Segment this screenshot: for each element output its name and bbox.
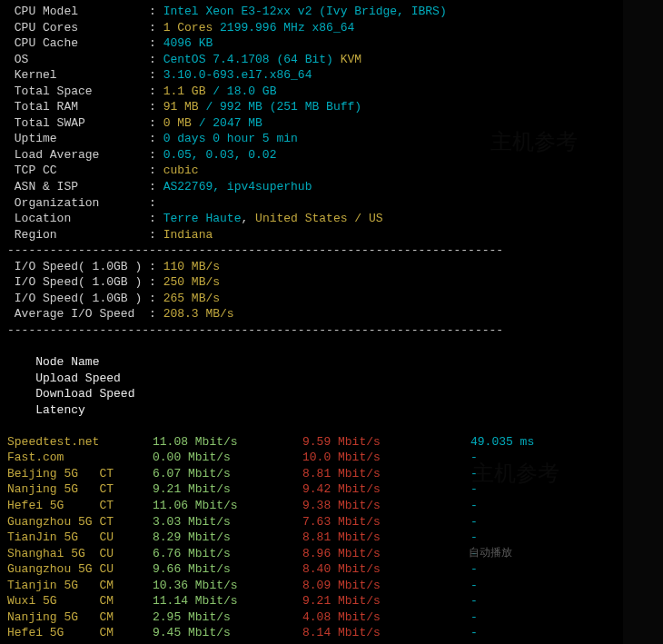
cell-download: 7.63 Mbit/s (302, 514, 470, 530)
cell-latency: - (470, 578, 478, 594)
cell-upload: 9.45 Mbit/s (153, 625, 302, 641)
speed-table-body: Speedtest.net11.08 Mbit/s9.59 Mbit/s49.0… (7, 434, 616, 644)
cell-download: 9.59 Mbit/s (302, 434, 470, 451)
table-row: Beijing 5G CT6.07 Mbit/s8.81 Mbit/s- (7, 466, 616, 482)
table-row: Wuxi 5G CM11.14 Mbit/s9.21 Mbit/s- (7, 593, 616, 609)
col-node-header: Node Name (35, 354, 181, 371)
terminal-line: Load Average : 0.05, 0.03, 0.02 (7, 147, 616, 163)
terminal-line: Region : Indiana (7, 227, 616, 243)
cell-download: 8.14 Mbit/s (302, 625, 470, 641)
table-row: Guangzhou 5G CU9.66 Mbit/s8.40 Mbit/s- (7, 561, 616, 578)
cell-node: Fast.com (7, 450, 153, 466)
cell-node: Speedtest.net (7, 434, 153, 451)
table-row: Shanghai 5G CU6.76 Mbit/s8.96 Mbit/s- (7, 546, 616, 562)
cell-download: 8.81 Mbit/s (302, 466, 470, 482)
cell-upload: 6.76 Mbit/s (153, 546, 302, 562)
cell-node: Beijing 5G CT (7, 466, 153, 482)
cell-latency: 49.035 ms (470, 434, 534, 451)
cell-upload: 11.14 Mbit/s (153, 593, 302, 609)
terminal-line: CPU Cache : 4096 KB (7, 35, 616, 52)
terminal-line: CPU Model : Intel Xeon E3-12xx v2 (Ivy B… (7, 4, 616, 20)
cell-upload: 11.06 Mbit/s (153, 498, 302, 514)
cell-node: Tianjin 5G CM (7, 578, 153, 594)
io-speed-block: I/O Speed( 1.0GB ) : 110 MB/s I/O Speed(… (7, 259, 616, 322)
cell-node: Wuxi 5G CM (7, 593, 153, 609)
terminal-line: I/O Speed( 1.0GB ) : 265 MB/s (7, 291, 616, 307)
cell-node: Hefei 5G CT (7, 498, 153, 514)
cell-upload: 9.21 Mbit/s (153, 481, 302, 498)
terminal-output: 主机参考 主机参考 CPU Model : Intel Xeon E3-12xx… (0, 0, 623, 644)
cell-upload: 2.95 Mbit/s (153, 609, 302, 626)
cell-latency: - (470, 514, 478, 530)
terminal-line: TCP CC : cubic (7, 163, 616, 179)
terminal-line: Organization : (7, 195, 616, 212)
cell-download: 9.21 Mbit/s (302, 593, 470, 609)
cell-latency: - (470, 609, 478, 626)
cell-download: 4.08 Mbit/s (302, 609, 470, 626)
cell-node: Hefei 5G CM (7, 625, 153, 641)
cell-download: 8.40 Mbit/s (302, 561, 470, 578)
cell-download: 8.81 Mbit/s (302, 530, 470, 546)
cell-upload: 6.07 Mbit/s (153, 466, 302, 482)
cell-download: 8.09 Mbit/s (302, 578, 470, 594)
col-download-header: Download Speed (35, 386, 203, 402)
col-latency-header: Latency (35, 402, 85, 419)
cell-node: TianJin 5G CU (7, 530, 153, 546)
cell-latency: - (470, 530, 478, 546)
cell-download: 8.96 Mbit/s (302, 546, 470, 562)
table-row: Nanjing 5G CM2.95 Mbit/s4.08 Mbit/s- (7, 609, 616, 626)
page-side-area: 自动播放 (623, 0, 663, 644)
cell-latency: - (470, 498, 478, 514)
cell-latency: - (470, 481, 478, 498)
cell-node: Nanjing 5G CM (7, 609, 153, 626)
terminal-line: I/O Speed( 1.0GB ) : 250 MB/s (7, 274, 616, 291)
cell-latency: - (470, 450, 478, 466)
cell-latency: - (470, 561, 478, 578)
cell-download: 9.38 Mbit/s (302, 498, 470, 514)
terminal-line: OS : CentOS 7.4.1708 (64 Bit) KVM (7, 52, 616, 68)
cell-upload: 11.08 Mbit/s (153, 434, 302, 451)
cell-latency: - (470, 593, 478, 609)
cell-upload: 8.29 Mbit/s (153, 530, 302, 546)
table-row: TianJin 5G CU8.29 Mbit/s8.81 Mbit/s- (7, 530, 616, 546)
cell-node: Guangzhou 5G CU (7, 561, 153, 578)
terminal-line: Uptime : 0 days 0 hour 5 min (7, 131, 616, 147)
terminal-line: Average I/O Speed : 208.3 MB/s (7, 306, 616, 322)
divider: ----------------------------------------… (7, 243, 616, 259)
system-info-block: CPU Model : Intel Xeon E3-12xx v2 (Ivy B… (7, 4, 616, 243)
cell-node: Guangzhou 5G CT (7, 514, 153, 530)
speed-table-header: Node Name Upload Speed Download Speed La… (7, 338, 616, 433)
terminal-line: Total Space : 1.1 GB / 18.0 GB (7, 84, 616, 100)
terminal-line: Location : Terre Haute, United States / … (7, 211, 616, 227)
cell-node: Nanjing 5G CT (7, 481, 153, 498)
cell-upload: 9.66 Mbit/s (153, 561, 302, 578)
cell-download: 10.0 Mbit/s (302, 450, 470, 466)
terminal-line: Total SWAP : 0 MB / 2047 MB (7, 115, 616, 132)
terminal-line: ASN & ISP : AS22769, ipv4superhub (7, 179, 616, 195)
autoplay-label: 自动播放 (469, 545, 512, 560)
cell-latency: - (470, 625, 478, 641)
table-row: Fast.com0.00 Mbit/s10.0 Mbit/s- (7, 450, 616, 466)
table-row: Tianjin 5G CM10.36 Mbit/s8.09 Mbit/s- (7, 578, 616, 594)
cell-upload: 3.03 Mbit/s (153, 514, 302, 530)
table-row: Hefei 5G CT11.06 Mbit/s9.38 Mbit/s- (7, 498, 616, 514)
terminal-line: Kernel : 3.10.0-693.el7.x86_64 (7, 67, 616, 84)
table-row: Guangzhou 5G CT3.03 Mbit/s7.63 Mbit/s- (7, 514, 616, 530)
table-row: Nanjing 5G CT9.21 Mbit/s9.42 Mbit/s- (7, 481, 616, 498)
terminal-line: I/O Speed( 1.0GB ) : 110 MB/s (7, 259, 616, 275)
terminal-line: Total RAM : 91 MB / 992 MB (251 MB Buff) (7, 99, 616, 115)
table-row: Hefei 5G CM9.45 Mbit/s8.14 Mbit/s- (7, 625, 616, 641)
divider: ----------------------------------------… (7, 322, 616, 339)
terminal-line: CPU Cores : 1 Cores 2199.996 MHz x86_64 (7, 20, 616, 36)
col-upload-header: Upload Speed (35, 371, 185, 387)
cell-node: Shanghai 5G CU (7, 546, 153, 562)
cell-latency: - (470, 466, 478, 482)
table-row: Speedtest.net11.08 Mbit/s9.59 Mbit/s49.0… (7, 434, 616, 451)
cell-upload: 10.36 Mbit/s (153, 578, 302, 594)
cell-upload: 0.00 Mbit/s (153, 450, 302, 466)
cell-download: 9.42 Mbit/s (302, 481, 470, 498)
